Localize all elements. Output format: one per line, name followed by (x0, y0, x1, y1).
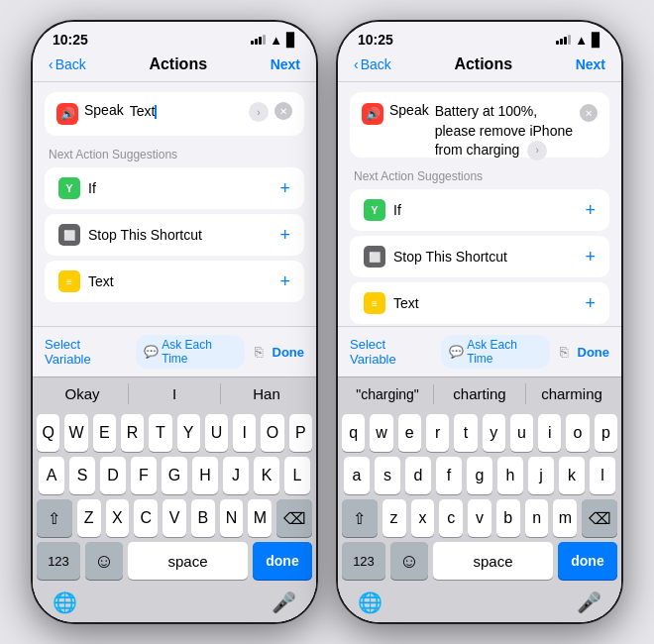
num-key-2[interactable]: 123 (342, 542, 385, 580)
key-c[interactable]: c (439, 499, 463, 537)
key-p[interactable]: p (595, 414, 617, 452)
speak-arrow-1[interactable]: › (249, 102, 269, 122)
key-l[interactable]: l (590, 457, 615, 494)
key-s[interactable]: s (375, 457, 400, 494)
key-C[interactable]: C (134, 499, 158, 537)
autocomplete-charting[interactable]: charting (434, 383, 526, 404)
key-F[interactable]: F (131, 457, 157, 494)
add-if-1[interactable]: + (279, 178, 290, 199)
back-button-2[interactable]: ‹ Back (354, 56, 391, 72)
autocomplete-okay[interactable]: Okay (37, 383, 129, 404)
key-g[interactable]: g (467, 457, 492, 494)
mic-icon-1[interactable]: 🎤 (272, 590, 296, 614)
key-H[interactable]: H (192, 457, 218, 494)
key-Y[interactable]: Y (177, 414, 200, 452)
next-button-1[interactable]: Next (271, 56, 300, 72)
select-variable-1[interactable]: Select Variable (45, 337, 126, 367)
autocomplete-charging[interactable]: "charging" (342, 384, 434, 404)
key-X[interactable]: X (106, 499, 130, 537)
speak-action-1[interactable]: 🔊 Speak Text › ✕ (45, 92, 304, 136)
next-button-2[interactable]: Next (576, 56, 605, 72)
shift-key-1[interactable]: ⇧ (37, 499, 72, 537)
key-d[interactable]: d (405, 457, 431, 494)
key-n[interactable]: n (525, 499, 549, 537)
done-key-2[interactable]: done (558, 542, 617, 580)
emoji-key-2[interactable]: ☺ (390, 542, 428, 580)
key-w[interactable]: w (370, 414, 392, 452)
add-stop-1[interactable]: + (279, 225, 290, 246)
suggestion-if-2[interactable]: Y If + (350, 189, 609, 231)
key-N[interactable]: N (220, 499, 244, 537)
select-variable-2[interactable]: Select Variable (350, 337, 431, 367)
key-P[interactable]: P (289, 414, 312, 452)
shift-key-2[interactable]: ⇧ (342, 499, 378, 537)
mic-icon-2[interactable]: 🎤 (577, 590, 601, 614)
key-S[interactable]: S (69, 457, 95, 494)
suggestion-stop-2[interactable]: ⬜ Stop This Shortcut + (350, 236, 609, 277)
key-q[interactable]: q (342, 414, 365, 452)
add-text-1[interactable]: + (279, 271, 290, 292)
key-A[interactable]: A (39, 457, 64, 494)
key-v[interactable]: v (468, 499, 491, 537)
emoji-key-1[interactable]: ☺ (85, 542, 123, 580)
ask-each-time-2[interactable]: 💬 Ask Each Time (441, 335, 549, 369)
key-E[interactable]: E (93, 414, 116, 452)
done-text-1[interactable]: Done (272, 345, 305, 360)
backspace-key-1[interactable]: ⌫ (276, 499, 312, 537)
space-key-1[interactable]: space (128, 542, 248, 580)
key-m[interactable]: m (553, 499, 577, 537)
suggestion-if-1[interactable]: Y If + (45, 167, 304, 209)
done-text-2[interactable]: Done (578, 345, 610, 360)
key-Z[interactable]: Z (77, 499, 101, 537)
autocomplete-i[interactable]: I (129, 383, 221, 404)
key-a[interactable]: a (344, 457, 370, 494)
key-b[interactable]: b (496, 499, 520, 537)
space-key-2[interactable]: space (433, 542, 553, 580)
add-if-2[interactable]: + (585, 200, 596, 221)
speak-arrow-2[interactable]: › (527, 141, 547, 161)
key-B[interactable]: B (191, 499, 215, 537)
key-u[interactable]: u (510, 414, 533, 452)
key-D[interactable]: D (100, 457, 126, 494)
speak-text-2[interactable]: Battery at 100%, please remove iPhone fr… (435, 102, 574, 161)
key-j[interactable]: j (528, 457, 554, 494)
globe-icon-1[interactable]: 🌐 (53, 590, 77, 614)
key-V[interactable]: V (163, 499, 186, 537)
key-f[interactable]: f (436, 457, 462, 494)
key-y[interactable]: y (483, 414, 505, 452)
key-t[interactable]: t (454, 414, 477, 452)
suggestion-text-1[interactable]: ≡ Text + (45, 261, 304, 302)
speak-action-2[interactable]: 🔊 Speak Battery at 100%, please remove i… (350, 92, 609, 158)
key-h[interactable]: h (497, 457, 523, 494)
suggestion-text-2[interactable]: ≡ Text + (350, 282, 609, 324)
key-e[interactable]: e (398, 414, 421, 452)
backspace-key-2[interactable]: ⌫ (582, 499, 617, 537)
done-key-1[interactable]: done (253, 542, 312, 580)
key-z[interactable]: z (382, 499, 406, 537)
key-i[interactable]: i (538, 414, 561, 452)
keyboard-2[interactable]: q w e r t y u i o p a s d (338, 410, 621, 587)
add-stop-2[interactable]: + (585, 247, 596, 268)
copy-icon-1[interactable]: ⎘ (255, 344, 263, 360)
speak-text-1[interactable]: Text (130, 102, 243, 122)
ask-each-time-1[interactable]: 💬 Ask Each Time (136, 335, 244, 369)
suggestion-stop-1[interactable]: ⬜ Stop This Shortcut + (45, 214, 304, 256)
key-W[interactable]: W (64, 414, 87, 452)
key-U[interactable]: U (205, 414, 228, 452)
key-L[interactable]: L (284, 457, 310, 494)
key-Q[interactable]: Q (37, 414, 59, 452)
globe-icon-2[interactable]: 🌐 (358, 590, 382, 614)
key-I[interactable]: I (233, 414, 256, 452)
keyboard-1[interactable]: Q W E R T Y U I O P A S D (33, 410, 316, 587)
key-K[interactable]: K (254, 457, 279, 494)
key-G[interactable]: G (162, 457, 187, 494)
key-J[interactable]: J (223, 457, 249, 494)
key-T[interactable]: T (149, 414, 171, 452)
key-r[interactable]: r (426, 414, 449, 452)
autocomplete-charming[interactable]: charming (526, 383, 617, 404)
back-button-1[interactable]: ‹ Back (49, 56, 86, 72)
num-key-1[interactable]: 123 (37, 542, 80, 580)
copy-icon-2[interactable]: ⎘ (560, 344, 568, 360)
key-x[interactable]: x (411, 499, 435, 537)
clear-button-1[interactable]: ✕ (274, 102, 292, 120)
